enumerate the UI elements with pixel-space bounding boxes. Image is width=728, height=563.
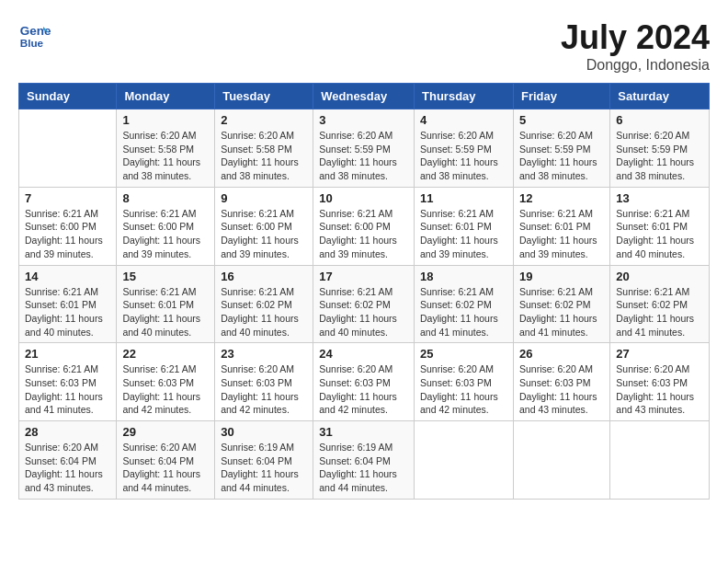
column-header-friday: Friday [513,84,609,109]
day-number: 17 [319,270,408,283]
calendar-cell: 13Sunrise: 6:21 AM Sunset: 6:01 PM Dayli… [610,187,710,265]
column-header-wednesday: Wednesday [313,84,415,109]
column-header-saturday: Saturday [610,84,710,109]
calendar-cell [513,421,609,500]
calendar-cell: 18Sunrise: 6:21 AM Sunset: 6:02 PM Dayli… [415,265,514,343]
day-info: Sunrise: 6:19 AM Sunset: 6:04 PM Dayligh… [319,441,408,495]
day-number: 21 [25,347,110,361]
day-number: 18 [420,270,507,283]
day-number: 29 [122,425,209,439]
day-number: 8 [122,191,209,205]
calendar-cell: 22Sunrise: 6:21 AM Sunset: 6:03 PM Dayli… [117,343,215,421]
day-number: 14 [25,270,110,283]
column-header-thursday: Thursday [415,84,514,109]
day-number: 3 [319,113,408,127]
day-info: Sunrise: 6:21 AM Sunset: 6:03 PM Dayligh… [25,362,110,417]
calendar-cell: 27Sunrise: 6:20 AM Sunset: 6:03 PM Dayli… [610,343,710,421]
day-number: 13 [616,191,703,205]
calendar-cell: 20Sunrise: 6:21 AM Sunset: 6:02 PM Dayli… [610,265,710,343]
day-number: 25 [420,347,507,361]
day-info: Sunrise: 6:21 AM Sunset: 6:01 PM Dayligh… [122,285,209,339]
calendar-week-row: 7Sunrise: 6:21 AM Sunset: 6:00 PM Daylig… [19,187,710,265]
day-info: Sunrise: 6:21 AM Sunset: 6:01 PM Dayligh… [420,207,507,261]
calendar-cell: 2Sunrise: 6:20 AM Sunset: 5:58 PM Daylig… [215,109,313,188]
day-info: Sunrise: 6:21 AM Sunset: 6:02 PM Dayligh… [319,285,408,339]
day-number: 4 [420,113,507,127]
day-info: Sunrise: 6:19 AM Sunset: 6:04 PM Dayligh… [221,441,307,495]
day-number: 31 [319,425,408,439]
day-number: 28 [25,425,110,439]
day-info: Sunrise: 6:21 AM Sunset: 6:00 PM Dayligh… [122,207,209,261]
calendar-cell: 8Sunrise: 6:21 AM Sunset: 6:00 PM Daylig… [117,187,215,265]
logo-icon: General Blue [18,18,51,52]
page-header: General Blue July 2024 Donggo, Indonesia [18,18,710,74]
day-number: 20 [616,270,703,283]
day-number: 2 [221,113,307,127]
column-header-monday: Monday [117,84,215,109]
day-info: Sunrise: 6:20 AM Sunset: 6:03 PM Dayligh… [519,362,604,417]
calendar-cell: 19Sunrise: 6:21 AM Sunset: 6:02 PM Dayli… [513,265,609,343]
day-info: Sunrise: 6:21 AM Sunset: 6:01 PM Dayligh… [519,207,604,261]
day-info: Sunrise: 6:20 AM Sunset: 6:03 PM Dayligh… [221,362,307,417]
day-info: Sunrise: 6:21 AM Sunset: 6:02 PM Dayligh… [519,285,604,339]
calendar-cell: 15Sunrise: 6:21 AM Sunset: 6:01 PM Dayli… [117,265,215,343]
calendar-cell: 29Sunrise: 6:20 AM Sunset: 6:04 PM Dayli… [117,421,215,500]
day-info: Sunrise: 6:20 AM Sunset: 5:58 PM Dayligh… [221,129,307,183]
calendar-cell: 1Sunrise: 6:20 AM Sunset: 5:58 PM Daylig… [117,109,215,188]
calendar-table: SundayMondayTuesdayWednesdayThursdayFrid… [18,83,710,500]
calendar-cell: 26Sunrise: 6:20 AM Sunset: 6:03 PM Dayli… [513,343,609,421]
day-number: 15 [122,270,209,283]
day-number: 19 [519,270,604,283]
day-info: Sunrise: 6:20 AM Sunset: 5:59 PM Dayligh… [420,129,507,183]
calendar-week-row: 21Sunrise: 6:21 AM Sunset: 6:03 PM Dayli… [19,343,710,421]
day-number: 9 [221,191,307,205]
day-info: Sunrise: 6:20 AM Sunset: 6:04 PM Dayligh… [122,441,209,495]
calendar-cell: 4Sunrise: 6:20 AM Sunset: 5:59 PM Daylig… [415,109,514,188]
day-info: Sunrise: 6:20 AM Sunset: 6:03 PM Dayligh… [616,362,703,417]
day-info: Sunrise: 6:21 AM Sunset: 6:01 PM Dayligh… [25,285,110,339]
calendar-cell: 7Sunrise: 6:21 AM Sunset: 6:00 PM Daylig… [19,187,117,265]
day-number: 30 [221,425,307,439]
day-info: Sunrise: 6:21 AM Sunset: 6:02 PM Dayligh… [221,285,307,339]
calendar-cell: 14Sunrise: 6:21 AM Sunset: 6:01 PM Dayli… [19,265,117,343]
day-info: Sunrise: 6:20 AM Sunset: 6:03 PM Dayligh… [319,362,408,417]
calendar-cell: 16Sunrise: 6:21 AM Sunset: 6:02 PM Dayli… [215,265,313,343]
day-number: 26 [519,347,604,361]
day-info: Sunrise: 6:20 AM Sunset: 5:58 PM Dayligh… [122,129,209,183]
day-info: Sunrise: 6:20 AM Sunset: 5:59 PM Dayligh… [519,129,604,183]
column-header-sunday: Sunday [19,84,117,109]
calendar-cell [415,421,514,500]
day-number: 11 [420,191,507,205]
day-number: 6 [616,113,703,127]
calendar-cell: 5Sunrise: 6:20 AM Sunset: 5:59 PM Daylig… [513,109,609,188]
day-info: Sunrise: 6:21 AM Sunset: 6:00 PM Dayligh… [319,207,408,261]
day-number: 12 [519,191,604,205]
calendar-cell [610,421,710,500]
day-info: Sunrise: 6:20 AM Sunset: 6:03 PM Dayligh… [420,362,507,417]
calendar-cell: 31Sunrise: 6:19 AM Sunset: 6:04 PM Dayli… [313,421,415,500]
location-title: Donggo, Indonesia [561,57,710,74]
title-block: July 2024 Donggo, Indonesia [561,18,710,74]
calendar-cell: 17Sunrise: 6:21 AM Sunset: 6:02 PM Dayli… [313,265,415,343]
calendar-body: 1Sunrise: 6:20 AM Sunset: 5:58 PM Daylig… [19,109,710,500]
day-info: Sunrise: 6:21 AM Sunset: 6:03 PM Dayligh… [122,362,209,417]
day-info: Sunrise: 6:21 AM Sunset: 6:02 PM Dayligh… [616,285,703,339]
day-number: 24 [319,347,408,361]
calendar-week-row: 1Sunrise: 6:20 AM Sunset: 5:58 PM Daylig… [19,109,710,188]
calendar-header-row: SundayMondayTuesdayWednesdayThursdayFrid… [19,84,710,109]
logo: General Blue [18,18,51,52]
day-info: Sunrise: 6:21 AM Sunset: 6:00 PM Dayligh… [221,207,307,261]
calendar-cell: 10Sunrise: 6:21 AM Sunset: 6:00 PM Dayli… [313,187,415,265]
day-number: 5 [519,113,604,127]
day-info: Sunrise: 6:20 AM Sunset: 5:59 PM Dayligh… [319,129,408,183]
day-number: 1 [122,113,209,127]
calendar-cell: 30Sunrise: 6:19 AM Sunset: 6:04 PM Dayli… [215,421,313,500]
calendar-cell: 9Sunrise: 6:21 AM Sunset: 6:00 PM Daylig… [215,187,313,265]
day-info: Sunrise: 6:20 AM Sunset: 6:04 PM Dayligh… [25,441,110,495]
calendar-cell: 28Sunrise: 6:20 AM Sunset: 6:04 PM Dayli… [19,421,117,500]
calendar-cell: 6Sunrise: 6:20 AM Sunset: 5:59 PM Daylig… [610,109,710,188]
day-number: 10 [319,191,408,205]
calendar-cell: 24Sunrise: 6:20 AM Sunset: 6:03 PM Dayli… [313,343,415,421]
calendar-cell: 21Sunrise: 6:21 AM Sunset: 6:03 PM Dayli… [19,343,117,421]
calendar-week-row: 14Sunrise: 6:21 AM Sunset: 6:01 PM Dayli… [19,265,710,343]
